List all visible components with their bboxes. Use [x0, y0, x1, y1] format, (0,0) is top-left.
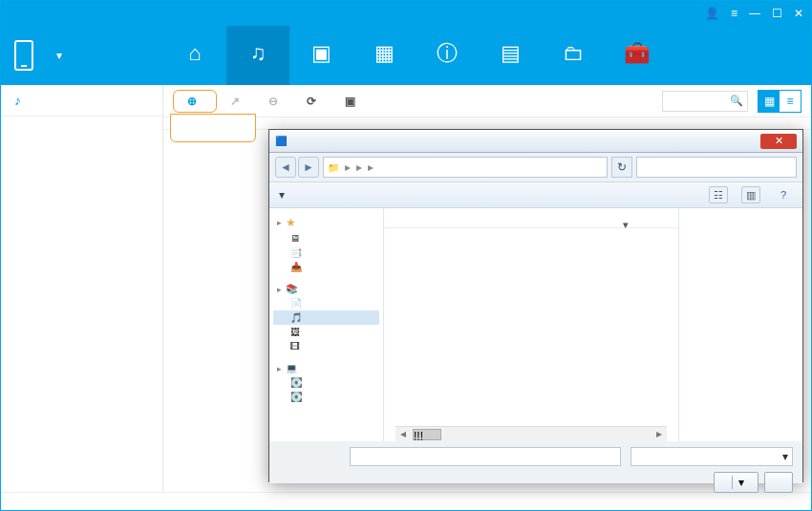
music-icon: ♪	[14, 93, 21, 108]
nav-documents[interactable]: 📄	[273, 296, 379, 310]
view-list-button[interactable]: ≡	[780, 91, 801, 112]
nav-information[interactable]: ⓘ	[416, 26, 479, 85]
videos-icon: ▣	[311, 41, 331, 66]
nav-music[interactable]: ♫	[226, 26, 289, 85]
export-icon: ↗	[230, 95, 240, 108]
toolbar: ⊕ ↗ ⊖ ⟳ ▣ ▦ ≡ ↖	[163, 85, 811, 117]
explorer-icon: 🗀	[563, 41, 584, 66]
nav-toolbox[interactable]: 🧰	[605, 26, 668, 85]
phone-icon	[14, 40, 33, 71]
nav-downloads[interactable]: 📥	[273, 260, 379, 274]
add-dropdown	[170, 114, 256, 142]
dialog-search-input[interactable]	[636, 157, 797, 178]
nav-photos[interactable]: ▦	[353, 26, 416, 85]
view-grid-button[interactable]: ▦	[759, 91, 780, 112]
file-type-filter[interactable]: ▾	[630, 447, 793, 466]
minimize-icon[interactable]: —	[749, 7, 760, 20]
open-button[interactable]: ▾	[714, 472, 759, 493]
home-icon: ⌂	[188, 41, 201, 66]
dialog-close-button[interactable]: ✕	[760, 134, 797, 149]
sidebar-section-playlists	[1, 117, 162, 132]
info-icon: ⓘ	[437, 41, 458, 66]
nav-music[interactable]: 🎵	[273, 310, 379, 325]
nav-libraries[interactable]: 📚	[273, 282, 379, 296]
nav-videos[interactable]: 🎞	[273, 339, 379, 353]
sidebar-head-music[interactable]: ♪	[1, 85, 162, 117]
status-bar	[1, 492, 811, 511]
menu-icon[interactable]: ≡	[731, 7, 737, 20]
breadcrumb[interactable]: 📁	[323, 157, 608, 178]
nav-computer[interactable]: 💻	[273, 361, 379, 375]
app-icon: 🟦	[275, 136, 287, 146]
plus-icon: ⊕	[187, 95, 197, 108]
add-button[interactable]: ⊕	[173, 90, 217, 113]
toolbox-icon: 🧰	[624, 41, 650, 66]
arrange-by[interactable]: ▾	[623, 218, 629, 231]
nav-explorer[interactable]: 🗀	[542, 26, 605, 85]
search-input[interactable]	[662, 91, 748, 112]
dialog-address-bar: ◄ ► 📁 ↻	[269, 153, 802, 181]
help-button[interactable]: ?	[774, 186, 793, 203]
delete-icon: ⊖	[268, 95, 278, 108]
nav-recent[interactable]: 📑	[273, 245, 379, 260]
nav-favorites[interactable]: ★	[273, 214, 379, 231]
nav-apps[interactable]: ▤	[479, 26, 542, 85]
nav-home[interactable]: ⌂	[163, 26, 226, 85]
horizontal-scrollbar[interactable]: !!!	[395, 426, 667, 441]
window-controls: 👤 ≡ — ☐ ✕	[705, 7, 803, 20]
navbar: ▾ ⌂ ♫ ▣ ▦ ⓘ ▤ 🗀 🧰	[1, 26, 811, 85]
chevron-down-icon[interactable]: ▾	[56, 49, 62, 62]
back-button[interactable]: ◄	[275, 157, 296, 178]
nav-desktop[interactable]: 🖥	[273, 231, 379, 245]
folder-icon: 📁	[328, 162, 339, 173]
preview-pane	[678, 208, 802, 441]
sidebar: ♪	[1, 85, 163, 492]
apps-icon: ▤	[501, 41, 521, 66]
view-toggle: ▦ ≡	[758, 90, 801, 113]
organize-button[interactable]: ▾	[279, 188, 285, 202]
export-button[interactable]: ↗	[221, 91, 255, 112]
add-file-item[interactable]	[171, 118, 255, 128]
photos-icon: ▦	[374, 41, 395, 66]
user-icon[interactable]: 👤	[705, 7, 719, 20]
dialog-toolbar: ▾ ☷ ▥ ?	[269, 181, 802, 208]
forward-button[interactable]: ►	[298, 157, 319, 178]
address-refresh-button[interactable]: ↻	[611, 157, 632, 178]
nav-pictures[interactable]: 🖼	[273, 325, 379, 339]
preview-pane-button[interactable]: ▥	[741, 186, 760, 203]
view-options-button[interactable]: ☷	[709, 186, 728, 203]
add-folder-item[interactable]	[171, 128, 255, 138]
dialog-file-pane: ▾ !!!	[384, 208, 678, 441]
refresh-icon: ⟳	[307, 95, 316, 108]
nav-disk-c[interactable]: 💽	[273, 375, 379, 390]
delete-button[interactable]: ⊖	[259, 91, 293, 112]
deduplicate-button[interactable]: ▣	[335, 91, 371, 112]
device-info[interactable]: ▾	[14, 26, 163, 85]
close-icon[interactable]: ✕	[794, 7, 803, 20]
refresh-button[interactable]: ⟳	[297, 91, 331, 112]
nav-videos[interactable]: ▣	[289, 26, 353, 85]
cancel-button[interactable]	[764, 472, 793, 493]
dedup-icon: ▣	[345, 95, 355, 108]
dialog-titlebar: 🟦 ✕	[269, 130, 802, 153]
titlebar: 👤 ≡ — ☐ ✕	[1, 1, 811, 26]
file-column-name[interactable]	[384, 220, 678, 228]
nav-disk-d[interactable]: 💽	[273, 390, 379, 404]
filename-input[interactable]	[350, 447, 621, 466]
dialog-footer: ▾ ▾	[269, 441, 802, 483]
open-dialog: 🟦 ✕ ◄ ► 📁 ↻ ▾ ☷ ▥ ? ★ 🖥 📑 📥	[268, 129, 803, 482]
music-icon: ♫	[250, 41, 267, 66]
maximize-icon[interactable]: ☐	[772, 7, 782, 20]
dialog-nav-pane: ★ 🖥 📑 📥 📚 📄 🎵 🖼 🎞 💻 💽 💽	[269, 208, 384, 441]
